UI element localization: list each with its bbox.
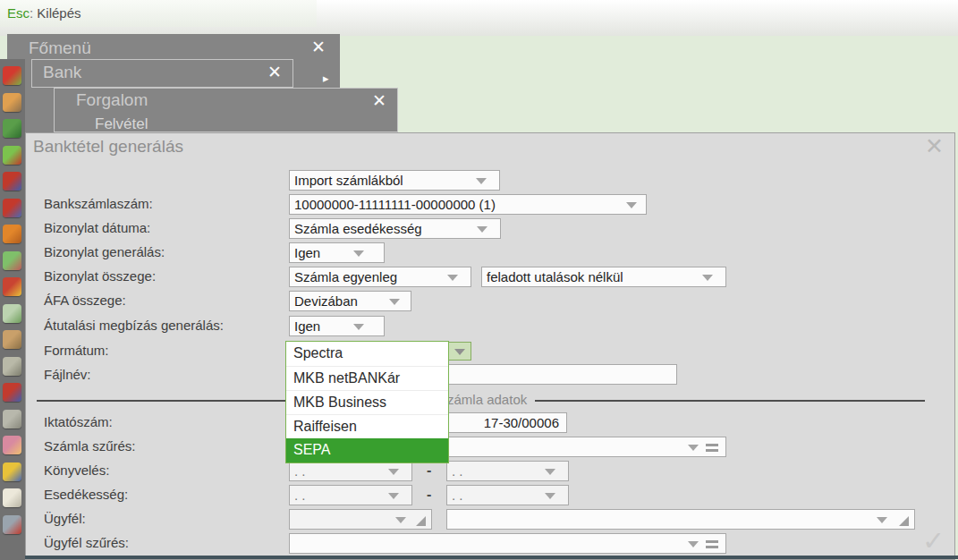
window-bank-title: Bank bbox=[43, 63, 81, 82]
konyveles-from-date[interactable]: . . bbox=[289, 461, 412, 481]
cash-icon[interactable] bbox=[3, 304, 21, 323]
bankszamlaszam-label: Bankszámlaszám: bbox=[44, 196, 153, 211]
esedekesseg-to-value: . . bbox=[452, 488, 463, 503]
window-forgalom-title: Forgalom bbox=[76, 90, 148, 110]
dropdown-option-sepa-selected[interactable]: SEPA bbox=[286, 438, 448, 462]
book-icon[interactable] bbox=[3, 225, 21, 243]
fomenu-close-icon[interactable]: ✕ bbox=[311, 37, 326, 57]
chevron-down-icon bbox=[626, 202, 637, 208]
cart-icon[interactable] bbox=[3, 93, 21, 112]
fajlnev-label: Fájlnév: bbox=[44, 367, 91, 382]
utalasok-value: feladott utalások nélkül bbox=[487, 269, 623, 284]
bank-close-icon[interactable]: ✕ bbox=[267, 62, 282, 82]
dropdown-option-raiffeisen[interactable]: Raiffeisen bbox=[286, 414, 448, 438]
bankszamlaszam-select[interactable]: 10000000-11111111-00000000 (1) bbox=[289, 194, 647, 215]
esedekesseg-from-date[interactable]: . . bbox=[289, 485, 412, 505]
chevron-down-icon bbox=[395, 517, 406, 523]
home-icon[interactable] bbox=[3, 383, 21, 402]
wrench-icon[interactable] bbox=[3, 515, 21, 534]
blocks-icon[interactable] bbox=[3, 172, 21, 191]
files-icon[interactable] bbox=[3, 410, 21, 428]
chevron-down-icon bbox=[545, 493, 555, 499]
esedekesseg-label: Esedékesség: bbox=[44, 487, 128, 502]
atutalasi-megbizas-value: Igen bbox=[294, 318, 320, 334]
esc-separator: : bbox=[30, 5, 33, 21]
mode-select[interactable]: Import számlákból bbox=[289, 170, 500, 191]
chevron-down-icon bbox=[454, 349, 465, 355]
date-range-dash: - bbox=[427, 487, 431, 503]
bar-chart-icon[interactable] bbox=[3, 251, 21, 270]
dropdown-option-spectra[interactable]: Spectra bbox=[286, 342, 448, 366]
afa-osszege-label: ÁFA összege: bbox=[44, 293, 126, 308]
exit-label: Kilépés bbox=[37, 5, 81, 21]
ugyfel-label: Ügyfél: bbox=[44, 511, 86, 526]
konyveles-to-date[interactable]: . . bbox=[446, 461, 569, 481]
boxes-icon[interactable] bbox=[3, 462, 21, 481]
formatum-dropdown-button[interactable] bbox=[448, 342, 471, 361]
atutalasi-megbizas-label: Átutalási megbízás generálás: bbox=[44, 318, 224, 333]
bag-icon[interactable] bbox=[3, 199, 21, 217]
atutalasi-megbizas-select[interactable]: Igen bbox=[289, 316, 385, 336]
window-forgalom: Forgalom ✕ Felvétel bbox=[54, 88, 398, 132]
konyveles-from-value: . . bbox=[294, 463, 306, 479]
chevron-down-icon bbox=[447, 275, 458, 281]
bizonylat-datuma-label: Bizonylat dátuma: bbox=[44, 220, 150, 235]
chevron-down-icon bbox=[353, 324, 364, 330]
ugyfel-code-select[interactable] bbox=[289, 509, 432, 530]
konyveles-to-value: . . bbox=[452, 463, 463, 479]
lookup-corner-icon[interactable] bbox=[899, 516, 909, 526]
iktatoszam-value: 17-30/00006 bbox=[484, 415, 559, 430]
chevron-down-icon[interactable] bbox=[688, 445, 699, 451]
menu-item-felvetel[interactable]: Felvétel bbox=[95, 115, 148, 133]
bizonylat-generalas-label: Bizonylat generálás: bbox=[44, 244, 165, 259]
bizonylat-osszege-select[interactable]: Számla egyenleg bbox=[289, 267, 471, 287]
badge-icon[interactable] bbox=[3, 146, 21, 165]
esc-key-label: Esc bbox=[7, 5, 30, 21]
people-icon[interactable] bbox=[3, 436, 21, 454]
esc-exit-bar[interactable]: Esc: Kilépés bbox=[0, 0, 317, 27]
mode-select-value: Import számlákból bbox=[294, 173, 403, 188]
app-window: Esc: Kilépés Főmenü ✕ ▸ Bank ✕ Forgalom … bbox=[0, 0, 958, 560]
dialog-title: Banktétel generálás bbox=[33, 137, 183, 157]
chevron-down-icon bbox=[353, 250, 364, 257]
afa-osszege-value: Devizában bbox=[294, 293, 358, 309]
paint-tools-icon[interactable] bbox=[3, 66, 21, 85]
bizonylat-generalas-value: Igen bbox=[294, 245, 320, 260]
printer-icon[interactable] bbox=[3, 357, 21, 376]
ugyfel-szures-input[interactable] bbox=[289, 533, 726, 554]
bankszamlaszam-value: 10000000-11111111-00000000 (1) bbox=[294, 197, 496, 212]
top-bar: Esc: Kilépés bbox=[0, 0, 958, 36]
sidebar-toolbar bbox=[0, 59, 25, 560]
bizonylat-osszege-value: Számla egyenleg bbox=[294, 269, 397, 284]
document-icon[interactable] bbox=[3, 488, 21, 507]
date-range-dash: - bbox=[427, 462, 431, 479]
chevron-down-icon[interactable] bbox=[688, 541, 699, 547]
dialog-close-icon[interactable]: ✕ bbox=[925, 133, 944, 159]
formatum-label: Formátum: bbox=[44, 343, 109, 358]
ugyfel-name-select[interactable] bbox=[446, 509, 915, 530]
forgalom-close-icon[interactable]: ✕ bbox=[372, 90, 386, 111]
flask-icon[interactable] bbox=[3, 277, 21, 296]
lookup-corner-icon[interactable] bbox=[416, 516, 426, 526]
confirm-check-icon[interactable]: ✓ bbox=[922, 525, 945, 556]
bizonylat-generalas-select[interactable]: Igen bbox=[289, 242, 385, 263]
chevron-down-icon bbox=[389, 299, 400, 305]
iktatoszam-label: Iktatószám: bbox=[44, 414, 113, 429]
esedekesseg-from-value: . . bbox=[294, 488, 306, 503]
chevron-down-icon bbox=[388, 493, 399, 499]
bizonylat-datuma-select[interactable]: Számla esedékesség bbox=[289, 218, 501, 239]
window-bank: Bank ✕ bbox=[31, 59, 293, 88]
chevron-down-icon bbox=[388, 469, 399, 475]
chevron-down-icon bbox=[476, 178, 487, 184]
afa-osszege-select[interactable]: Devizában bbox=[289, 291, 411, 311]
money-stack-icon[interactable] bbox=[3, 119, 21, 138]
konyveles-label: Könyvelés: bbox=[44, 462, 109, 478]
dropdown-option-mkb-business[interactable]: MKB Business bbox=[286, 390, 448, 414]
utalasok-select[interactable]: feladott utalások nélkül bbox=[481, 267, 726, 287]
dropdown-option-mkb-netbankar[interactable]: MKB netBANKár bbox=[286, 366, 448, 390]
equals-filter-icon[interactable] bbox=[706, 540, 718, 548]
package-icon[interactable] bbox=[3, 330, 21, 349]
equals-filter-icon[interactable] bbox=[706, 444, 718, 452]
bottom-edge-line bbox=[25, 556, 958, 559]
esedekesseg-to-date[interactable]: . . bbox=[446, 485, 569, 505]
